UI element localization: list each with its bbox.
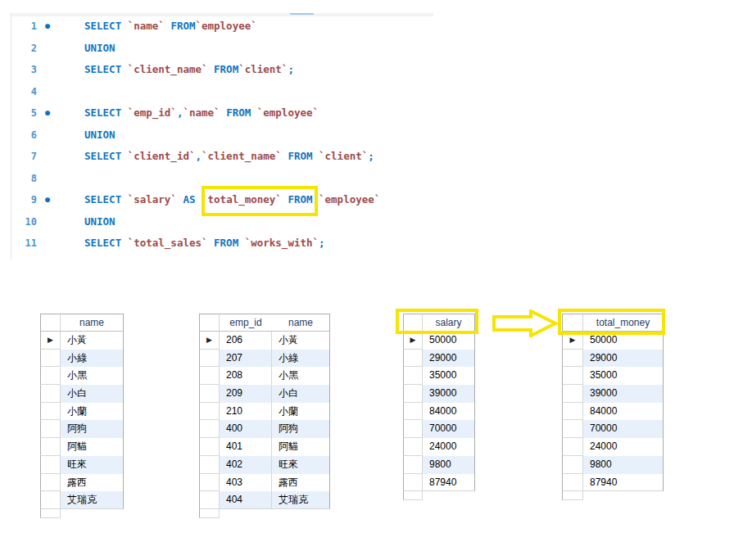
cell-value[interactable]: 39000	[583, 385, 664, 403]
row-selector[interactable]	[40, 385, 61, 403]
row-selector[interactable]	[403, 385, 423, 403]
row-selector[interactable]	[199, 350, 220, 368]
cell-value[interactable]: 206	[220, 332, 272, 350]
cell-value[interactable]: 小蘭	[61, 403, 124, 421]
row-selector[interactable]	[562, 491, 583, 500]
row-selector[interactable]	[403, 438, 423, 456]
code-line-7[interactable]: 7SELECT `client_id`,`client_name` FROM `…	[11, 146, 433, 168]
row-selector-header[interactable]	[199, 314, 220, 332]
cell-value[interactable]: 小黃	[61, 332, 124, 350]
cell-value[interactable]: 87940	[423, 474, 475, 492]
row-selector[interactable]	[199, 385, 220, 403]
cell-value[interactable]: 小黑	[61, 367, 124, 385]
column-header-salary[interactable]: salary	[423, 314, 475, 332]
new-row-stub[interactable]	[199, 509, 330, 518]
cell-value[interactable]: 400	[220, 420, 272, 438]
code-line-9[interactable]: 9●SELECT `salary` AS `total_money` FROM …	[11, 189, 433, 211]
row-selector[interactable]	[562, 385, 583, 403]
code-line-8[interactable]: 8	[11, 168, 433, 190]
row-selector[interactable]	[562, 456, 583, 474]
row-selector-header[interactable]	[40, 314, 61, 332]
row-selector[interactable]	[40, 367, 61, 385]
cell-value[interactable]: 小綠	[61, 350, 124, 368]
row-pointer-icon[interactable]: ▶	[403, 332, 423, 350]
cell-value[interactable]: 露西	[272, 474, 330, 492]
row-selector[interactable]	[403, 403, 423, 421]
row-selector[interactable]	[403, 456, 423, 474]
cell-value[interactable]: 24000	[423, 438, 475, 456]
row-selector[interactable]	[40, 420, 61, 438]
cell-value[interactable]: 50000	[583, 332, 664, 350]
row-selector[interactable]	[40, 491, 61, 509]
cell-value[interactable]: 402	[220, 456, 272, 474]
new-row-stub[interactable]	[562, 491, 664, 500]
row-selector[interactable]	[40, 403, 61, 421]
cell-value[interactable]: 阿狗	[61, 420, 124, 438]
column-header-total_money[interactable]: total_money	[583, 314, 664, 332]
cell-value[interactable]: 旺來	[61, 456, 124, 474]
code-line-11[interactable]: 11SELECT `total_sales` FROM `works_with`…	[11, 233, 433, 255]
row-selector[interactable]	[199, 438, 220, 456]
cell-value[interactable]: 9800	[423, 456, 475, 474]
row-selector[interactable]	[199, 420, 220, 438]
row-selector[interactable]	[562, 350, 583, 368]
row-selector-header[interactable]	[562, 314, 583, 332]
cell-value[interactable]: 阿狗	[272, 420, 330, 438]
row-selector[interactable]	[40, 350, 61, 368]
row-selector[interactable]	[403, 491, 423, 500]
row-selector[interactable]	[403, 367, 423, 385]
cell-value[interactable]: 阿貓	[61, 438, 124, 456]
row-selector[interactable]	[40, 438, 61, 456]
cell-value[interactable]: 39000	[423, 385, 475, 403]
column-header-name[interactable]: name	[61, 314, 124, 332]
row-selector[interactable]	[199, 456, 220, 474]
cell-value[interactable]: 50000	[423, 332, 475, 350]
column-header-name[interactable]: name	[272, 314, 330, 332]
new-row-stub[interactable]	[40, 509, 124, 518]
cell-value[interactable]: 209	[220, 385, 272, 403]
code-area[interactable]: 1●SELECT `name` FROM`employee`2UNION3SEL…	[11, 16, 433, 255]
cell-value[interactable]: 403	[220, 474, 272, 492]
cell-value[interactable]: 小白	[272, 385, 330, 403]
column-header-emp_id[interactable]: emp_id	[220, 314, 272, 332]
cell-value[interactable]: 小白	[61, 385, 124, 403]
code-line-3[interactable]: 3SELECT `client_name` FROM`client`;	[11, 59, 433, 81]
cell-value[interactable]: 84000	[583, 403, 664, 421]
row-selector[interactable]	[199, 474, 220, 492]
cell-value[interactable]: 208	[220, 367, 272, 385]
cell-value[interactable]: 小黑	[272, 367, 330, 385]
sql-editor[interactable]: 1●SELECT `name` FROM`employee`2UNION3SEL…	[11, 12, 434, 260]
cell-value[interactable]: 35000	[583, 367, 664, 385]
code-line-10[interactable]: 10UNION	[11, 211, 433, 233]
cell-value[interactable]: 70000	[583, 420, 664, 438]
row-selector-header[interactable]	[403, 314, 423, 332]
row-selector[interactable]	[40, 474, 61, 492]
cell-value[interactable]: 9800	[583, 456, 664, 474]
cell-value[interactable]: 207	[220, 350, 272, 368]
row-selector[interactable]	[562, 474, 583, 492]
cell-value[interactable]: 露西	[61, 474, 124, 492]
editor-hscrollbar-thumb[interactable]	[290, 13, 314, 15]
code-line-4[interactable]: 4	[11, 81, 433, 103]
cell-value[interactable]: 401	[220, 438, 272, 456]
row-selector[interactable]	[403, 420, 423, 438]
cell-value[interactable]: 84000	[423, 403, 475, 421]
cell-value[interactable]: 24000	[583, 438, 664, 456]
row-selector[interactable]	[562, 438, 583, 456]
cell-value[interactable]: 旺來	[272, 456, 330, 474]
row-selector[interactable]	[562, 367, 583, 385]
row-selector[interactable]	[562, 420, 583, 438]
cell-value[interactable]: 210	[220, 403, 272, 421]
cell-value[interactable]: 小黃	[272, 332, 330, 350]
cell-value[interactable]: 404	[220, 491, 272, 509]
row-selector[interactable]	[199, 403, 220, 421]
row-pointer-icon[interactable]: ▶	[199, 332, 220, 350]
cell-value[interactable]: 29000	[423, 350, 475, 368]
row-selector[interactable]	[40, 456, 61, 474]
row-selector[interactable]	[199, 367, 220, 385]
cell-value[interactable]: 艾瑞克	[61, 491, 124, 509]
cell-value[interactable]: 35000	[423, 367, 475, 385]
cell-value[interactable]: 29000	[583, 350, 664, 368]
code-line-6[interactable]: 6UNION	[11, 124, 433, 147]
cell-value[interactable]: 艾瑞克	[272, 491, 330, 509]
